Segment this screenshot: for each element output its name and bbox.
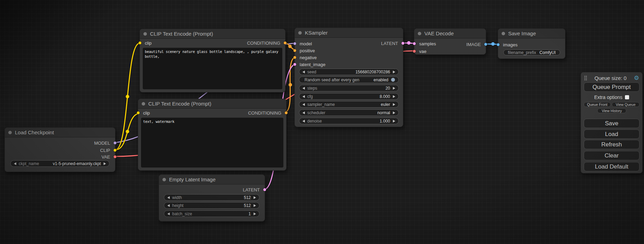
collapse-dot-icon[interactable] <box>142 102 145 106</box>
refresh-button[interactable]: Refresh <box>584 140 639 149</box>
queue-front-button[interactable]: Queue Front <box>584 102 611 107</box>
increment-arrow-icon[interactable] <box>393 95 395 98</box>
collapse-dot-icon[interactable] <box>162 178 166 181</box>
increment-arrow-icon[interactable] <box>393 120 395 123</box>
node-title-bar[interactable]: Empty Latent Image <box>159 175 265 184</box>
node-empty-latent-image[interactable]: Empty Latent Image LATENT width 512 heig… <box>159 174 265 222</box>
node-ksampler[interactable]: KSampler model positive negative latent_… <box>294 28 403 127</box>
decrement-arrow-icon[interactable] <box>167 213 170 215</box>
increment-arrow-icon[interactable] <box>104 162 106 165</box>
output-slot-conditioning: CONDITIONING <box>247 39 280 46</box>
decrement-arrow-icon[interactable] <box>167 204 170 207</box>
decrement-arrow-icon[interactable] <box>14 162 16 165</box>
vae-input-dot[interactable] <box>413 49 416 53</box>
latent-output-dot[interactable] <box>263 188 266 191</box>
toggle-enabled-icon[interactable] <box>391 78 395 82</box>
images-input-dot[interactable] <box>496 43 500 46</box>
node-title-bar[interactable]: Load Checkpoint <box>5 128 115 137</box>
increment-arrow-icon[interactable] <box>393 111 395 114</box>
input-slot-positive: positive <box>300 47 315 54</box>
increment-arrow-icon[interactable] <box>254 204 256 207</box>
wire-midpoint-dot <box>126 95 129 98</box>
decrement-arrow-icon[interactable] <box>302 95 305 98</box>
clip-input-dot[interactable] <box>136 111 140 115</box>
clip-input-dot[interactable] <box>138 41 142 45</box>
node-save-image[interactable]: Save Image images filename_prefix ComfyU… <box>498 28 565 59</box>
samples-input-dot[interactable] <box>413 42 416 45</box>
sampler-name-widget[interactable]: sampler_name euler <box>299 101 399 108</box>
seed-widget[interactable]: seed 156680208700286 <box>299 69 399 75</box>
prompt-textarea[interactable]: beautiful scenery nature glass bottle la… <box>143 48 282 89</box>
load-default-button[interactable]: Load Default <box>584 162 639 171</box>
cfg-widget[interactable]: cfg 8.000 <box>299 93 399 100</box>
height-widget[interactable]: height 512 <box>164 202 259 209</box>
collapse-dot-icon[interactable] <box>418 32 421 35</box>
view-queue-button[interactable]: View Queue <box>612 102 639 107</box>
collapse-dot-icon[interactable] <box>143 32 147 36</box>
node-title-bar[interactable]: Save Image <box>498 29 565 38</box>
load-button[interactable]: Load <box>584 129 639 139</box>
filename-prefix-widget[interactable]: filename_prefix ComfyUI <box>503 49 560 55</box>
collapse-dot-icon[interactable] <box>8 131 12 134</box>
node-title: Load Checkpoint <box>15 129 54 135</box>
increment-arrow-icon[interactable] <box>393 71 395 73</box>
node-clip-text-encode-negative[interactable]: CLIP Text Encode (Prompt) clip CONDITION… <box>138 99 286 171</box>
view-history-button[interactable]: View History <box>597 108 626 113</box>
node-vae-decode[interactable]: VAE Decode samples vae IMAGE <box>414 28 486 55</box>
steps-widget[interactable]: steps 20 <box>299 85 399 91</box>
prompt-textarea[interactable]: text, watermark <box>141 118 283 168</box>
decrement-arrow-icon[interactable] <box>302 111 305 114</box>
decrement-arrow-icon[interactable] <box>302 87 305 90</box>
latent-output-dot[interactable] <box>401 42 405 45</box>
node-clip-text-encode-positive[interactable]: CLIP Text Encode (Prompt) clip CONDITION… <box>140 29 285 92</box>
input-slot-latent-image: latent_image <box>300 61 325 68</box>
positive-input-dot[interactable] <box>293 49 297 52</box>
output-slot-latent: LATENT <box>243 186 260 193</box>
node-title-bar[interactable]: KSampler <box>295 28 403 38</box>
conditioning-output-dot[interactable] <box>283 41 287 45</box>
increment-arrow-icon[interactable] <box>393 103 395 106</box>
node-title: KSampler <box>305 30 328 36</box>
settings-gear-icon[interactable]: ⚙ <box>634 75 639 81</box>
conditioning-output-dot[interactable] <box>284 111 288 115</box>
clear-button[interactable]: Clear <box>584 151 639 160</box>
decrement-arrow-icon[interactable] <box>167 196 170 199</box>
save-button[interactable]: Save <box>584 119 639 128</box>
increment-arrow-icon[interactable] <box>393 87 395 90</box>
output-slot-latent: LATENT <box>381 40 398 47</box>
model-input-dot[interactable] <box>293 42 297 45</box>
batch-size-widget[interactable]: batch_size 1 <box>164 210 259 217</box>
graph-canvas[interactable]: Load Checkpoint MODEL CLIP VAE ckpt_name… <box>0 0 644 244</box>
decrement-arrow-icon[interactable] <box>302 71 305 73</box>
random-seed-toggle-widget[interactable]: Random seed after every gen enabled <box>299 76 399 83</box>
collapse-dot-icon[interactable] <box>502 32 505 35</box>
image-output-dot[interactable] <box>484 43 487 46</box>
wire-midpoint-dot <box>289 83 292 87</box>
scheduler-widget[interactable]: scheduler normal <box>299 109 399 116</box>
negative-input-dot[interactable] <box>293 56 297 59</box>
output-slot-conditioning: CONDITIONING <box>248 109 281 116</box>
denoise-widget[interactable]: denoise 1.000 <box>299 118 399 124</box>
node-title-bar[interactable]: CLIP Text Encode (Prompt) <box>138 99 286 109</box>
clip-output-dot[interactable] <box>113 148 117 152</box>
width-widget[interactable]: width 512 <box>164 194 259 201</box>
drag-handle-icon[interactable] <box>584 75 587 81</box>
node-title-bar[interactable]: CLIP Text Encode (Prompt) <box>140 29 285 39</box>
decrement-arrow-icon[interactable] <box>302 103 305 106</box>
latent-image-input-dot[interactable] <box>293 63 297 66</box>
collapse-dot-icon[interactable] <box>298 31 302 35</box>
ckpt-name-widget[interactable]: ckpt_name v1-5-pruned-emaonly.ckpt <box>10 160 109 167</box>
vae-output-dot[interactable] <box>113 155 117 159</box>
node-title-bar[interactable]: VAE Decode <box>414 29 486 38</box>
decrement-arrow-icon[interactable] <box>302 120 305 123</box>
increment-arrow-icon[interactable] <box>254 196 256 199</box>
model-output-dot[interactable] <box>113 141 117 145</box>
queue-prompt-button[interactable]: Queue Prompt <box>584 82 639 92</box>
node-load-checkpoint[interactable]: Load Checkpoint MODEL CLIP VAE ckpt_name… <box>5 127 115 172</box>
input-slot-clip: clip <box>143 109 150 116</box>
input-slot-images: images <box>503 41 518 48</box>
extra-options-checkbox[interactable] <box>625 95 629 99</box>
input-slot-vae: vae <box>419 48 426 55</box>
increment-arrow-icon[interactable] <box>254 213 256 215</box>
extra-options-label: Extra options <box>594 94 623 100</box>
